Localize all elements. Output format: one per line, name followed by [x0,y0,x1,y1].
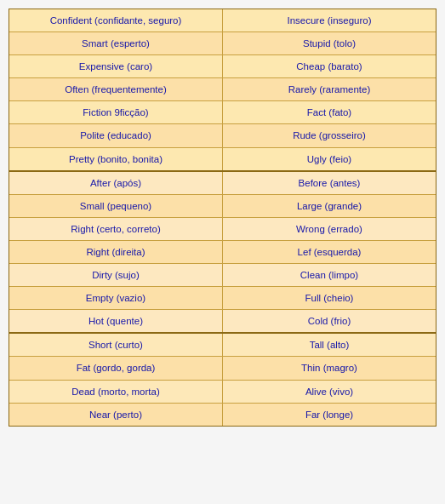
vocabulary-table: Confident (confidante, seguro)Insecure (… [9,9,436,427]
table-row: Right (direita)Lef (esquerda) [9,241,436,264]
table-row: Short (curto)Tall (alto) [9,334,436,357]
cell-right: Large (grande) [223,195,436,217]
cell-right: Stupid (tolo) [223,32,436,54]
cell-right: Rarely (raramente) [223,78,436,100]
table-row: Hot (quente)Cold (frio) [9,310,436,332]
cell-right: Before (antes) [223,172,436,194]
cell-right: Full (cheio) [223,287,436,309]
cell-right: Insecure (inseguro) [223,9,436,32]
cell-right: Rude (grosseiro) [223,124,436,146]
cell-left: Polite (educado) [9,124,223,146]
table-row: Small (pequeno)Large (grande) [9,195,436,218]
cell-left: Small (pequeno) [9,195,223,217]
cell-right: Far (longe) [223,404,436,426]
cell-left: Short (curto) [9,334,223,356]
cell-left: Fat (gordo, gorda) [9,357,223,379]
cell-right: Cold (frio) [223,310,436,332]
cell-right: Thin (magro) [223,357,436,379]
table-row: Dirty (sujo)Clean (limpo) [9,264,436,287]
cell-left: Dead (morto, morta) [9,381,223,403]
table-row: Fiction 9ficção)Fact (fato) [9,101,436,124]
cell-left: Often (frequentemente) [9,78,223,100]
table-row: Pretty (bonito, bonita)Ugly (feio) [9,148,436,170]
table-row: Right (certo, correto)Wrong (errado) [9,218,436,241]
table-row: Expensive (caro)Cheap (barato) [9,55,436,78]
cell-right: Tall (alto) [223,334,436,356]
cell-left: Pretty (bonito, bonita) [9,148,223,170]
cell-left: Right (direita) [9,241,223,263]
cell-left: Empty (vazio) [9,287,223,309]
table-row: Empty (vazio)Full (cheio) [9,287,436,310]
cell-right: Fact (fato) [223,101,436,123]
cell-right: Wrong (errado) [223,218,436,240]
cell-right: Clean (limpo) [223,264,436,286]
cell-right: Alive (vivo) [223,381,436,403]
section-3: Short (curto)Tall (alto)Fat (gordo, gord… [9,334,436,425]
cell-right: Lef (esquerda) [223,241,436,263]
cell-left: Hot (quente) [9,310,223,332]
table-row: Often (frequentemente)Rarely (raramente) [9,78,436,101]
table-row: After (após)Before (antes) [9,172,436,195]
table-row: Fat (gordo, gorda)Thin (magro) [9,357,436,380]
cell-left: Expensive (caro) [9,55,223,77]
cell-left: After (após) [9,172,223,194]
table-row: Smart (esperto)Stupid (tolo) [9,32,436,55]
cell-left: Fiction 9ficção) [9,101,223,123]
table-row: Near (perto)Far (longe) [9,404,436,426]
cell-right: Cheap (barato) [223,55,436,77]
table-row: Dead (morto, morta)Alive (vivo) [9,381,436,404]
cell-left: Right (certo, correto) [9,218,223,240]
table-row: Polite (educado)Rude (grosseiro) [9,124,436,147]
table-row: Confident (confidante, seguro)Insecure (… [9,9,436,32]
cell-left: Confident (confidante, seguro) [9,9,223,32]
cell-left: Dirty (sujo) [9,264,223,286]
section-2: After (após)Before (antes)Small (pequeno… [9,172,436,335]
section-1: Confident (confidante, seguro)Insecure (… [9,9,436,172]
cell-right: Ugly (feio) [223,148,436,170]
cell-left: Smart (esperto) [9,32,223,54]
cell-left: Near (perto) [9,404,223,426]
